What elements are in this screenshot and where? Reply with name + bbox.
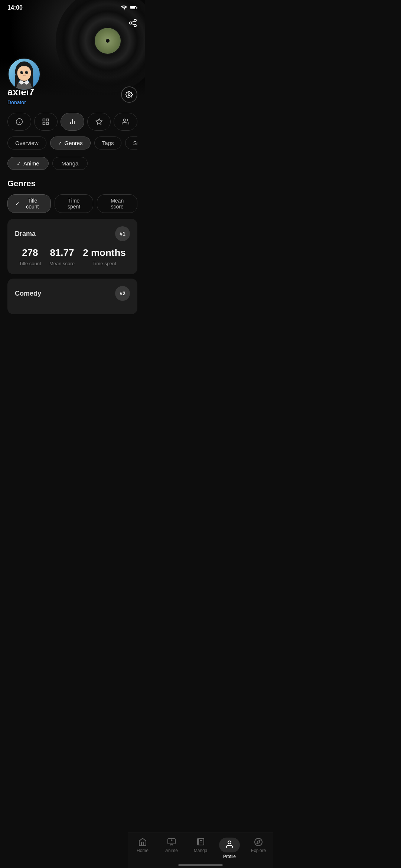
profile-tab-icons bbox=[7, 113, 137, 131]
svg-point-15 bbox=[27, 72, 28, 73]
settings-icon bbox=[125, 91, 133, 98]
drama-mean-score-value: 81.77 bbox=[49, 247, 75, 259]
svg-rect-2 bbox=[137, 7, 137, 9]
drama-title-count: 278 Title count bbox=[19, 247, 41, 267]
tab-info-button[interactable] bbox=[7, 113, 31, 131]
main-content: axiel7 Donator bbox=[0, 86, 145, 348]
drama-mean-score: 81.77 Mean score bbox=[49, 247, 75, 267]
svg-point-16 bbox=[128, 94, 130, 96]
activity-icon bbox=[42, 118, 49, 125]
tab-social-button[interactable] bbox=[114, 113, 137, 131]
sort-time-spent[interactable]: Time spent bbox=[55, 194, 94, 213]
svg-point-4 bbox=[130, 22, 132, 24]
tab-overview[interactable]: Overview bbox=[7, 137, 46, 149]
sort-title-count[interactable]: ✓ Title count bbox=[7, 194, 51, 213]
drama-time-spent-value: 2 months bbox=[83, 247, 126, 259]
info-icon bbox=[16, 118, 23, 125]
svg-point-11 bbox=[17, 66, 31, 81]
drama-rank-badge: #1 bbox=[115, 226, 130, 241]
status-icons bbox=[121, 5, 137, 10]
tab-staff[interactable]: Staff bbox=[125, 137, 137, 149]
drama-time-spent-label: Time spent bbox=[92, 261, 116, 266]
tab-activity-button[interactable] bbox=[34, 113, 58, 131]
tab-stats-button[interactable] bbox=[61, 113, 84, 131]
media-type-tabs: ✓ Anime Manga bbox=[7, 157, 137, 170]
svg-point-3 bbox=[134, 19, 136, 22]
drama-time-spent: 2 months Time spent bbox=[83, 247, 126, 267]
svg-point-14 bbox=[22, 72, 23, 73]
tab-anime[interactable]: ✓ Anime bbox=[7, 157, 49, 170]
genre-card-drama: Drama #1 278 Title count 81.77 Mean scor… bbox=[7, 219, 137, 274]
status-bar: 14:00 bbox=[0, 0, 145, 14]
svg-rect-1 bbox=[130, 7, 135, 9]
svg-line-7 bbox=[132, 21, 134, 23]
drama-stats: 278 Title count 81.77 Mean score 2 month… bbox=[15, 247, 130, 267]
anime-check-icon: ✓ bbox=[17, 161, 21, 167]
svg-line-6 bbox=[132, 24, 134, 25]
genres-section-title: Genres bbox=[7, 179, 137, 188]
svg-point-12 bbox=[20, 71, 23, 74]
avatar bbox=[7, 57, 41, 91]
svg-marker-27 bbox=[96, 119, 102, 125]
drama-title-count-value: 278 bbox=[19, 247, 41, 259]
drama-mean-score-label: Mean score bbox=[49, 261, 75, 266]
share-button[interactable] bbox=[128, 19, 137, 29]
avatar-image bbox=[9, 59, 40, 90]
battery-icon bbox=[130, 6, 137, 10]
title-count-check-icon: ✓ bbox=[15, 201, 20, 207]
drama-card-header: Drama #1 bbox=[15, 226, 130, 241]
vinyl-label bbox=[95, 28, 121, 54]
svg-rect-23 bbox=[46, 122, 49, 125]
tab-manga[interactable]: Manga bbox=[52, 157, 88, 170]
sort-mean-score[interactable]: Mean score bbox=[97, 194, 137, 213]
svg-rect-21 bbox=[46, 119, 49, 121]
avatar-container bbox=[7, 57, 41, 91]
star-icon bbox=[95, 118, 103, 125]
comedy-rank-badge: #2 bbox=[115, 286, 130, 301]
tab-favorites-button[interactable] bbox=[87, 113, 111, 131]
wifi-icon bbox=[121, 5, 128, 10]
drama-genre-name: Drama bbox=[15, 230, 36, 238]
comedy-card-header: Comedy #2 bbox=[15, 286, 130, 301]
genre-card-comedy: Comedy #2 bbox=[7, 279, 137, 314]
social-icon bbox=[121, 118, 130, 125]
settings-button[interactable] bbox=[121, 86, 137, 103]
svg-point-13 bbox=[25, 71, 28, 74]
svg-point-28 bbox=[123, 119, 126, 122]
status-time: 14:00 bbox=[7, 4, 23, 11]
tab-tags[interactable]: Tags bbox=[94, 137, 122, 149]
svg-point-5 bbox=[134, 24, 136, 27]
bottom-spacer bbox=[7, 319, 137, 348]
svg-rect-20 bbox=[43, 119, 45, 121]
genres-check-icon: ✓ bbox=[58, 140, 62, 146]
tab-genres[interactable]: ✓ Genres bbox=[50, 137, 91, 149]
drama-title-count-label: Title count bbox=[19, 261, 41, 266]
svg-rect-22 bbox=[43, 122, 45, 125]
filter-tabs-row: Overview ✓ Genres Tags Staff Vo bbox=[7, 137, 137, 149]
sort-tabs-row: ✓ Title count Time spent Mean score bbox=[7, 194, 137, 213]
stats-icon bbox=[69, 118, 76, 125]
user-badge: Donator bbox=[7, 99, 34, 105]
comedy-genre-name: Comedy bbox=[15, 290, 41, 297]
vinyl-hole bbox=[106, 39, 110, 43]
